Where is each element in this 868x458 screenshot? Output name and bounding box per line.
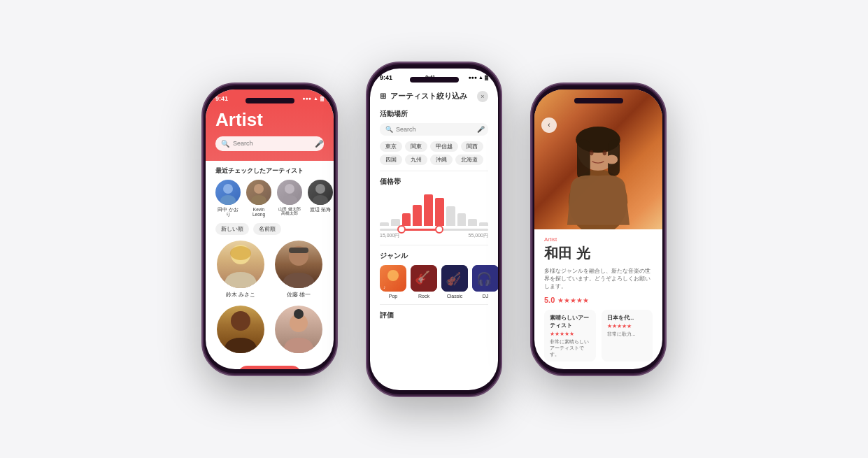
sort-buttons: 新しい順 名前順	[206, 217, 334, 241]
price-slider[interactable]	[380, 229, 488, 231]
genre-icon: 🎧	[472, 265, 498, 292]
artist-name-big: 佐藤 雄一	[287, 291, 311, 299]
slider-range	[401, 229, 439, 231]
artist-avatar-big	[275, 306, 322, 353]
genre-img-dj: 🎧	[472, 265, 498, 292]
filter-button[interactable]: ⊞ 絞り込み	[237, 366, 302, 368]
price-bar	[402, 213, 411, 226]
price-bar	[446, 206, 455, 226]
sort-name-button[interactable]: 名前順	[253, 223, 281, 235]
genre-item-classic[interactable]: 🎻 Classic	[441, 265, 468, 299]
genre-item-pop[interactable]: ♪ Pop	[380, 265, 406, 299]
location-tags-row2: 四国 九州 沖縄 北海道	[380, 155, 488, 165]
tag-kanto[interactable]: 関東	[405, 141, 427, 152]
svg-point-11	[230, 246, 251, 260]
artist-avatar-big	[275, 241, 322, 288]
phone-2: 9:41 9:41 ●●● ▲ ▓ ⊞ アーティスト絞り込み × 活動場所	[366, 62, 502, 397]
location-tags-row1: 東京 関東 甲信越 関西	[380, 141, 488, 152]
phone-2-screen: 9:41 9:41 ●●● ▲ ▓ ⊞ アーティスト絞り込み × 活動場所	[370, 69, 498, 390]
list-item[interactable]: 田中 かおり	[215, 180, 241, 218]
price-bar	[468, 219, 477, 226]
person-icon	[246, 180, 271, 205]
phone-3: ‹ Artist 和田 光 多様なジャンルを融合し、新たな音楽の世界を探していま…	[530, 83, 667, 376]
svg-point-2	[254, 184, 264, 194]
genre-icon: ♪	[380, 265, 406, 292]
list-item[interactable]: 山田 健太郎高橋太郎	[277, 180, 302, 218]
tag-tokyo[interactable]: 東京	[380, 141, 402, 152]
price-bar	[380, 222, 389, 226]
divider-2	[380, 245, 488, 245]
signal-icon-1: ●●●	[302, 96, 311, 101]
price-bar	[479, 222, 488, 226]
search-icon-2: 🔍	[385, 126, 393, 133]
genre-img-rock: 🎸	[411, 265, 437, 292]
price-bar	[391, 219, 400, 226]
svg-point-31	[590, 150, 594, 155]
tag-koshinetsu[interactable]: 甲信越	[430, 141, 458, 152]
genre-item-dj[interactable]: 🎧 DJ	[472, 265, 498, 299]
list-item[interactable]	[273, 306, 325, 356]
back-button[interactable]: ‹	[541, 117, 557, 133]
mic-icon-1[interactable]: 🎤	[315, 140, 323, 148]
person-icon	[275, 241, 322, 288]
svg-point-14	[231, 311, 250, 331]
search-input-1[interactable]	[233, 140, 311, 147]
location-section-title: 活動場所	[380, 109, 488, 119]
tag-kyushu[interactable]: 九州	[405, 155, 427, 165]
artist-name-sm: 山田 健太郎高橋太郎	[278, 207, 301, 216]
artist-name-sm: 田中 かおり	[215, 207, 241, 218]
tag-okinawa[interactable]: 沖縄	[430, 155, 453, 165]
filter-search-bar[interactable]: 🔍 🎤	[380, 123, 488, 136]
genre-label-classic: Classic	[447, 294, 463, 299]
notch-2	[410, 77, 459, 83]
search-bar-1[interactable]: 🔍 🎤	[215, 136, 324, 151]
svg-text:🎸: 🎸	[415, 270, 431, 285]
genre-icon: 🎸	[411, 265, 437, 292]
phone-1: 9:41 ●●● ▲ ▓ Artist 🔍 🎤 最近チェックしたアーティスト	[201, 83, 338, 376]
review-stars-1: ★★★★★	[550, 331, 590, 337]
artist-name-big: 鈴木 みさこ	[226, 291, 255, 299]
price-bar	[435, 198, 444, 226]
modal-header: ⊞ アーティスト絞り込み ×	[380, 91, 488, 102]
svg-point-3	[251, 195, 266, 205]
price-section-title: 価格帯	[380, 177, 488, 187]
sort-new-button[interactable]: 新しい順	[215, 223, 249, 235]
slider-thumb-left[interactable]	[397, 225, 406, 234]
svg-point-4	[285, 184, 294, 194]
filter-modal: ⊞ アーティスト絞り込み × 活動場所 🔍 🎤 東京 関東 甲信越 関西	[370, 84, 498, 331]
tag-hokkaido[interactable]: 北海道	[455, 155, 483, 165]
recent-artists-list: 田中 かおり Kevin Leong 山田 健太郎高橋太郎	[206, 180, 334, 218]
modal-title: アーティスト絞り込み	[390, 91, 467, 101]
tag-kansai[interactable]: 関西	[461, 141, 483, 152]
list-item[interactable]: 佐藤 雄一	[273, 241, 325, 299]
mic-icon-2[interactable]: 🎤	[477, 126, 485, 133]
modal-title-row: ⊞ アーティスト絞り込み	[380, 91, 467, 101]
list-item[interactable]: Kevin Leong	[246, 180, 271, 218]
battery-icon-1: ▓	[320, 96, 324, 101]
list-item[interactable]: 渡辺 拓海	[308, 180, 333, 218]
avatar	[246, 180, 271, 205]
svg-rect-29	[577, 139, 590, 178]
list-item[interactable]: 鈴木 みさこ	[215, 241, 266, 299]
avatar	[277, 180, 302, 205]
genre-item-rock[interactable]: 🎸 Rock	[411, 265, 437, 299]
svg-rect-13	[289, 248, 308, 253]
artist-type-label: Artist	[544, 236, 653, 243]
filter-search-input[interactable]	[396, 126, 474, 133]
list-item[interactable]	[215, 306, 266, 356]
price-bar	[424, 194, 433, 226]
slider-thumb-right[interactable]	[435, 225, 443, 234]
price-bar	[457, 213, 467, 226]
modal-close-button[interactable]: ×	[477, 91, 488, 102]
price-min-label: 15,000円	[380, 232, 399, 239]
divider-3	[380, 304, 488, 305]
time-2: 9:41	[380, 74, 392, 81]
genre-img-pop: ♪	[380, 265, 406, 292]
phones-container: 9:41 ●●● ▲ ▓ Artist 🔍 🎤 最近チェックしたアーティスト	[187, 48, 681, 411]
artist-info: Artist 和田 光 多様なジャンルを融合し、新たな音楽の世界を探しています。…	[534, 229, 662, 369]
svg-text:♪: ♪	[383, 285, 386, 289]
hero-woman-svg	[534, 90, 662, 229]
genre-label-rock: Rock	[418, 294, 429, 299]
rating-score: 5.0	[544, 296, 555, 304]
tag-shikoku[interactable]: 四国	[380, 155, 402, 165]
